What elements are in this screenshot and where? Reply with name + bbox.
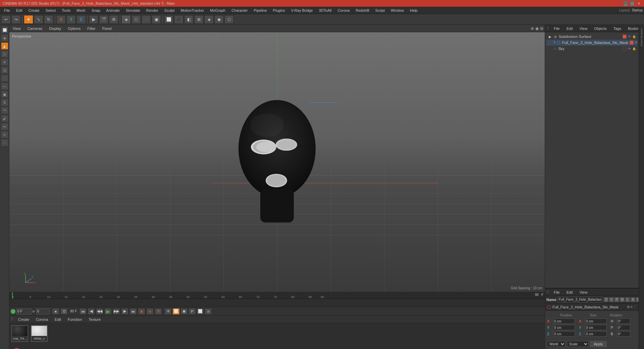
coord-z-pos[interactable] [553, 331, 575, 337]
mat-create-btn[interactable]: Create [16, 317, 31, 322]
x-axis-button[interactable]: X [56, 15, 66, 24]
question-button[interactable]: ? [155, 308, 162, 315]
sidebar-point-icon[interactable]: · [1, 74, 8, 82]
sidebar-particles-icon[interactable]: ∴ [1, 139, 8, 146]
sidebar-viewport-icon[interactable]: ⬜ [1, 26, 8, 34]
viewport-display-menu[interactable]: Display [47, 26, 63, 31]
move-tool-button[interactable]: ✛ [24, 15, 33, 24]
sidebar-camera-icon[interactable]: ⊡ [1, 66, 8, 74]
rp-edit-btn[interactable]: Edit [565, 26, 575, 31]
coord-x-pos[interactable] [553, 318, 575, 324]
obj-row-icon3[interactable]: ⋮ [633, 305, 637, 309]
viewport-cameras-menu[interactable]: Cameras [25, 26, 45, 31]
coord-h-rot[interactable] [617, 318, 630, 324]
tree-color-dot[interactable] [623, 35, 627, 39]
vp-icon-maximize[interactable]: ⊞ [540, 26, 543, 31]
tree-sky-expand[interactable] [548, 46, 552, 51]
ffwd-button[interactable]: ⏭ [129, 308, 137, 315]
viewport-filter-menu[interactable]: Filter [85, 26, 97, 31]
display-mode-btn3[interactable]: ◧ [184, 15, 194, 24]
display-mode-btn6[interactable]: ◉ [214, 15, 224, 24]
menu-sculpt[interactable]: Sculpt [162, 8, 177, 13]
object-name-input[interactable] [558, 297, 602, 303]
viewport-options-menu[interactable]: Options [66, 26, 83, 31]
add-keyframe-btn[interactable]: ✛ [164, 308, 172, 315]
world-dropdown[interactable]: World Object Local [547, 341, 566, 347]
viewport[interactable]: Perspective [9, 32, 545, 292]
viewport-view-menu[interactable]: View [11, 26, 23, 31]
mat-texture-btn[interactable]: Texture [87, 317, 103, 322]
vp-icon-camera[interactable]: ◉ [535, 26, 539, 31]
close-button[interactable]: × [637, 1, 641, 6]
tree-lock-icon-sky[interactable]: 🔒 [632, 47, 636, 51]
obj-row-icon2[interactable]: ≡ [631, 305, 633, 309]
viewport-panel-menu[interactable]: Panel [100, 26, 114, 31]
vp-icon-lock[interactable]: ⊕ [531, 26, 534, 31]
rp-view-btn[interactable]: View [578, 26, 590, 31]
display-mode-btn1[interactable]: ⬜ [164, 15, 173, 24]
scale-tool-button[interactable]: ⤡ [34, 15, 43, 24]
obj-icon-6[interactable]: A [631, 297, 635, 302]
coord-p-rot[interactable] [617, 325, 630, 330]
sidebar-active-icon[interactable]: ◭ [1, 42, 8, 50]
keyframe-btn5[interactable]: ⬜ [197, 308, 204, 315]
sidebar-rigging-icon[interactable]: ⊷ [1, 123, 8, 130]
display-mode-btn4[interactable]: ⊞ [194, 15, 204, 24]
menu-corona[interactable]: Corona [335, 8, 352, 13]
edge-mode-button[interactable]: ⬡ [131, 15, 141, 24]
sidebar-paint-icon[interactable]: 🖌 [1, 115, 8, 122]
poly-mode-button[interactable]: ▣ [152, 15, 161, 24]
scale-dropdown[interactable]: Scale Absolute [567, 341, 589, 347]
maximize-button[interactable]: □ [630, 1, 635, 6]
mat-function-btn[interactable]: Function [66, 317, 84, 322]
rp-file-btn[interactable]: File [552, 26, 562, 31]
minimize-button[interactable]: _ [623, 1, 628, 6]
attr-file-btn[interactable]: File [552, 290, 562, 295]
timeline-content[interactable] [9, 299, 545, 307]
rp-tags-btn[interactable]: Tags [611, 26, 623, 31]
tree-color-dot-balaclava[interactable] [630, 41, 634, 45]
tree-visibility-icon[interactable]: 👁 [627, 35, 631, 39]
menu-motiontracker[interactable]: MotionTracker [178, 8, 207, 13]
sidebar-mesh-icon[interactable]: ⬡ [1, 50, 8, 58]
prev-keyframe-button[interactable]: ◀◀ [96, 308, 103, 315]
sidebar-poly-icon[interactable]: ▣ [1, 91, 8, 98]
keyframe-btn3[interactable]: ◉ [180, 308, 188, 315]
attr-edit-btn[interactable]: Edit [565, 290, 575, 295]
mat-edit-btn[interactable]: Edit [53, 317, 63, 322]
tree-expand-icon[interactable]: ▶ [548, 34, 552, 39]
menu-script[interactable]: Script [373, 8, 387, 13]
obj-row-icon1[interactable]: ⚙ [627, 305, 630, 309]
record-button[interactable]: ● [146, 308, 154, 315]
tree-item-subdivision[interactable]: ▶ ◈ Subdivision Surface 👁 🔒 [546, 34, 637, 40]
material-swatch-white[interactable]: White_s [31, 325, 48, 342]
menu-plugins[interactable]: Plugins [270, 8, 288, 13]
sidebar-spline-icon[interactable]: 〜 [1, 107, 8, 114]
tree-visibility-icon-sky[interactable]: 👁 [627, 47, 631, 51]
apply-button[interactable]: Apply [590, 341, 607, 347]
menu-pipeline[interactable]: Pipeline [251, 8, 269, 13]
menu-tools[interactable]: Tools [59, 8, 73, 13]
sidebar-sculpt-icon[interactable]: S [1, 99, 8, 106]
obj-icon-2[interactable]: V [609, 297, 614, 302]
menu-snap[interactable]: Snap [89, 8, 103, 13]
obj-icon-4[interactable]: M [620, 297, 625, 302]
render-view-button[interactable]: 🎬 [99, 15, 108, 24]
coord-x-size[interactable] [585, 318, 607, 324]
prev-frame-button[interactable]: ◀ [88, 308, 95, 315]
rp-objects-btn[interactable]: Objects [592, 26, 608, 31]
next-frame-button[interactable]: ▶ [121, 308, 128, 315]
menu-simulate[interactable]: Simulate [123, 8, 143, 13]
point-mode-button[interactable]: · [142, 15, 151, 24]
layout-value[interactable]: Startup [632, 8, 643, 12]
menu-select[interactable]: Select [43, 8, 59, 13]
menu-file[interactable]: File [1, 8, 13, 13]
attr-view-btn[interactable]: View [578, 290, 590, 295]
sidebar-hair-icon[interactable]: ≡ [1, 131, 8, 138]
z-axis-button[interactable]: Z [76, 15, 86, 24]
object-mode-button[interactable]: ◈ [121, 15, 131, 24]
menu-character[interactable]: Character [229, 8, 250, 13]
rotate-tool-button[interactable]: ↻ [44, 15, 53, 24]
coord-y-size[interactable] [585, 325, 607, 330]
coord-b-rot[interactable] [617, 331, 630, 337]
